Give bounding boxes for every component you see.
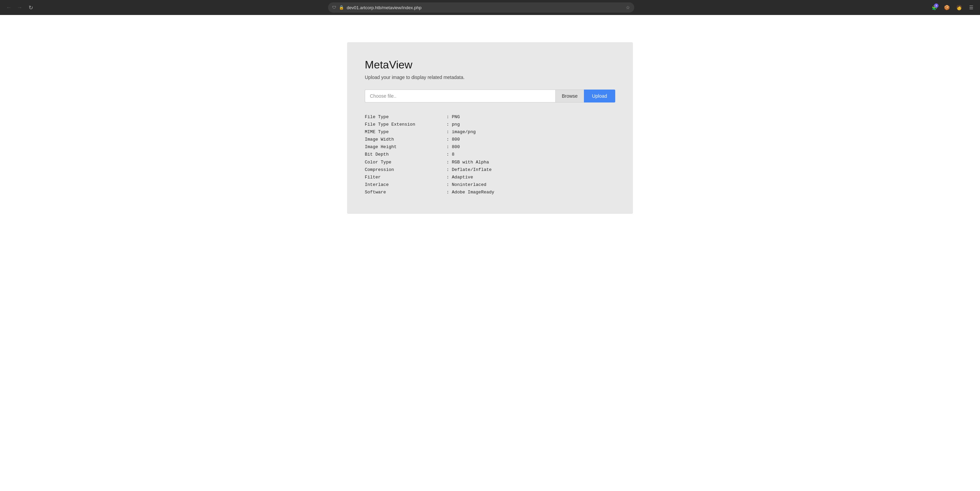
refresh-button[interactable]: ↻: [26, 3, 35, 12]
file-input-display[interactable]: Choose file..: [365, 89, 555, 102]
avatar1-icon: 🍪: [944, 5, 950, 10]
metadata-value: 8: [452, 151, 455, 158]
metadata-key: Interlace: [365, 181, 447, 189]
metadata-key: Filter: [365, 174, 447, 181]
metadata-value: png: [452, 121, 460, 128]
metadata-key: Software: [365, 189, 447, 196]
metadata-value: 800: [452, 143, 460, 151]
metadata-row: Image Height : 800: [365, 143, 615, 151]
metadata-separator: :: [447, 128, 449, 136]
bookmark-icon[interactable]: ☆: [626, 5, 630, 10]
app-subtitle: Upload your image to display related met…: [365, 75, 615, 80]
metadata-separator: :: [447, 143, 449, 151]
metadata-value: Adaptive: [452, 174, 473, 181]
extensions-button[interactable]: 🧩 3: [930, 3, 939, 12]
metadata-value: 800: [452, 136, 460, 143]
metadata-separator: :: [447, 166, 449, 174]
metadata-key: Compression: [365, 166, 447, 174]
forward-icon: →: [17, 5, 22, 11]
metadata-row: Software : Adobe ImageReady: [365, 189, 615, 196]
browse-button[interactable]: Browse: [555, 89, 584, 102]
metadata-separator: :: [447, 159, 449, 166]
metadata-value: Adobe ImageReady: [452, 189, 495, 196]
metadata-value: Deflate/Inflate: [452, 166, 492, 174]
metadata-key: Bit Depth: [365, 151, 447, 158]
security-icon: 🛡: [332, 5, 336, 10]
metadata-separator: :: [447, 113, 449, 121]
metadata-value: Noninterlaced: [452, 181, 486, 189]
metadata-key: File Type: [365, 113, 447, 121]
metadata-key: MIME Type: [365, 128, 447, 136]
metadata-row: Compression : Deflate/Inflate: [365, 166, 615, 174]
metadata-key: Image Height: [365, 143, 447, 151]
url-text: dev01.artcorp.htb/metaview/index.php: [347, 5, 623, 10]
metadata-separator: :: [447, 151, 449, 158]
avatar2-icon: 🧑: [956, 5, 962, 10]
metadata-row: File Type Extension : png: [365, 121, 615, 128]
menu-button[interactable]: ☰: [966, 3, 976, 12]
metadata-row: Image Width : 800: [365, 136, 615, 143]
metadata-row: MIME Type : image/png: [365, 128, 615, 136]
metadata-key: File Type Extension: [365, 121, 447, 128]
metadata-row: Interlace : Noninterlaced: [365, 181, 615, 189]
metadata-table: File Type : PNGFile Type Extension : png…: [365, 113, 615, 196]
metadata-value: PNG: [452, 113, 460, 121]
back-icon: ←: [6, 5, 11, 11]
forward-button[interactable]: →: [15, 3, 24, 12]
browser-chrome: ← → ↻ 🛡 🔒 dev01.artcorp.htb/metaview/ind…: [0, 0, 980, 15]
metadata-value: RGB with Alpha: [452, 159, 489, 166]
metadata-row: File Type : PNG: [365, 113, 615, 121]
app-title: MetaView: [365, 59, 615, 71]
extensions-badge: 3: [934, 3, 939, 8]
metadata-row: Bit Depth : 8: [365, 151, 615, 158]
metadata-value: image/png: [452, 128, 476, 136]
refresh-icon: ↻: [29, 5, 33, 11]
browser-actions: 🧩 3 🍪 🧑 ☰: [930, 3, 976, 12]
avatar1-button[interactable]: 🍪: [942, 3, 951, 12]
menu-icon: ☰: [969, 5, 974, 10]
upload-button[interactable]: Upload: [584, 89, 615, 102]
metadata-separator: :: [447, 181, 449, 189]
metadata-key: Image Width: [365, 136, 447, 143]
address-bar[interactable]: 🛡 🔒 dev01.artcorp.htb/metaview/index.php…: [328, 2, 634, 13]
metadata-separator: :: [447, 189, 449, 196]
file-input-placeholder: Choose file..: [370, 93, 396, 99]
metadata-separator: :: [447, 174, 449, 181]
upload-row: Choose file.. Browse Upload: [365, 89, 615, 102]
nav-buttons: ← → ↻: [4, 3, 35, 12]
metadata-separator: :: [447, 121, 449, 128]
metadata-row: Color Type : RGB with Alpha: [365, 159, 615, 166]
metaview-card: MetaView Upload your image to display re…: [347, 42, 633, 214]
metadata-key: Color Type: [365, 159, 447, 166]
main-content: MetaView Upload your image to display re…: [0, 0, 980, 491]
metadata-row: Filter : Adaptive: [365, 174, 615, 181]
back-button[interactable]: ←: [4, 3, 14, 12]
avatar2-button[interactable]: 🧑: [954, 3, 964, 12]
metadata-separator: :: [447, 136, 449, 143]
lock-icon: 🔒: [339, 5, 344, 10]
